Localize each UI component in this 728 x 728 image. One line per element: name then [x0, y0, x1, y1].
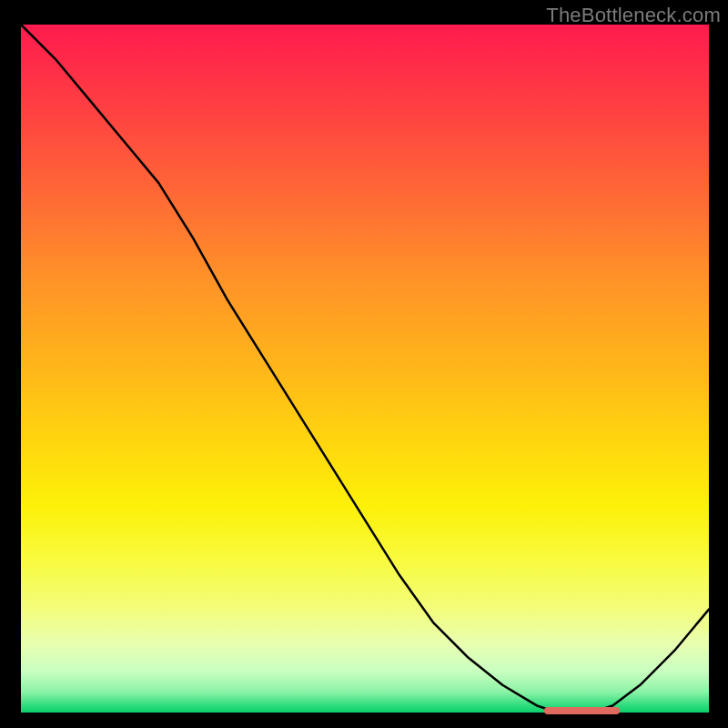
- chart-container: TheBottleneck.com: [0, 0, 728, 728]
- bottleneck-curve: [21, 25, 709, 713]
- optimal-range-marker: [544, 707, 620, 714]
- watermark-text: TheBottleneck.com: [546, 4, 721, 27]
- curve-path: [21, 25, 709, 713]
